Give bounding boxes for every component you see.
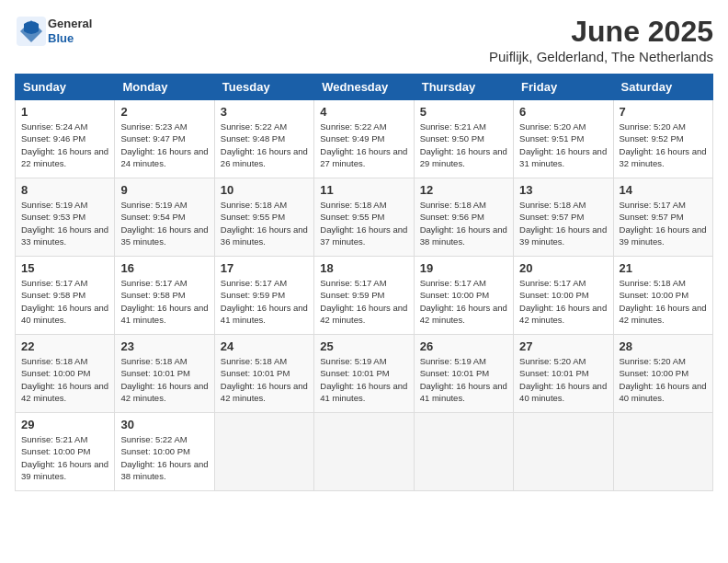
table-row: 16 Sunrise: 5:17 AMSunset: 9:58 PMDaylig… — [115, 257, 214, 335]
table-row: 26 Sunrise: 5:19 AMSunset: 10:01 PMDayli… — [414, 335, 513, 413]
calendar-week-row: 1 Sunrise: 5:24 AMSunset: 9:46 PMDayligh… — [16, 100, 713, 178]
day-info: Sunrise: 5:21 AMSunset: 9:50 PMDaylight:… — [420, 121, 507, 169]
day-info: Sunrise: 5:17 AMSunset: 9:58 PMDaylight:… — [120, 277, 208, 326]
table-row: 15 Sunrise: 5:17 AMSunset: 9:58 PMDaylig… — [16, 257, 115, 335]
table-row: 4 Sunrise: 5:22 AMSunset: 9:49 PMDayligh… — [314, 100, 414, 178]
day-info: Sunrise: 5:17 AMSunset: 9:58 PMDaylight:… — [21, 277, 108, 326]
logo-blue: Blue — [48, 31, 92, 46]
day-number: 18 — [320, 261, 407, 275]
table-row: 11 Sunrise: 5:18 AMSunset: 9:55 PMDaylig… — [314, 178, 414, 257]
day-info: Sunrise: 5:19 AMSunset: 9:54 PMDaylight:… — [120, 199, 208, 247]
day-number: 26 — [420, 339, 507, 353]
calendar-week-row: 8 Sunrise: 5:19 AMSunset: 9:53 PMDayligh… — [16, 178, 713, 257]
day-info: Sunrise: 5:19 AMSunset: 10:01 PMDaylight… — [420, 355, 507, 404]
table-row — [514, 413, 613, 491]
day-info: Sunrise: 5:18 AMSunset: 10:01 PMDaylight… — [221, 355, 308, 404]
col-friday: Friday — [514, 75, 613, 100]
table-row — [314, 413, 414, 491]
day-number: 29 — [21, 418, 108, 431]
day-number: 15 — [21, 261, 108, 275]
table-row: 19 Sunrise: 5:17 AMSunset: 10:00 PMDayli… — [414, 257, 513, 335]
day-info: Sunrise: 5:21 AMSunset: 10:00 PMDaylight… — [21, 433, 108, 482]
day-number: 1 — [21, 105, 108, 119]
table-row: 2 Sunrise: 5:23 AMSunset: 9:47 PMDayligh… — [115, 100, 214, 178]
day-number: 25 — [320, 339, 407, 353]
col-tuesday: Tuesday — [214, 75, 313, 100]
table-row: 29 Sunrise: 5:21 AMSunset: 10:00 PMDayli… — [16, 413, 115, 491]
table-row: 9 Sunrise: 5:19 AMSunset: 9:54 PMDayligh… — [115, 178, 214, 257]
calendar-subtitle: Puiflijk, Gelderland, The Netherlands — [489, 49, 713, 64]
calendar-week-row: 22 Sunrise: 5:18 AMSunset: 10:00 PMDayli… — [16, 335, 713, 413]
day-number: 9 — [120, 183, 208, 197]
day-info: Sunrise: 5:18 AMSunset: 9:57 PMDaylight:… — [519, 199, 607, 247]
col-thursday: Thursday — [414, 75, 513, 100]
table-row: 5 Sunrise: 5:21 AMSunset: 9:50 PMDayligh… — [414, 100, 513, 178]
table-row: 3 Sunrise: 5:22 AMSunset: 9:48 PMDayligh… — [214, 100, 313, 178]
table-row — [414, 413, 513, 491]
day-info: Sunrise: 5:24 AMSunset: 9:46 PMDaylight:… — [21, 121, 108, 169]
day-number: 20 — [519, 261, 607, 275]
day-number: 4 — [320, 105, 407, 119]
day-number: 21 — [620, 261, 707, 275]
day-number: 27 — [519, 339, 607, 353]
calendar-table: Sunday Monday Tuesday Wednesday Thursday… — [15, 74, 713, 491]
table-row: 1 Sunrise: 5:24 AMSunset: 9:46 PMDayligh… — [16, 100, 115, 178]
calendar-week-row: 15 Sunrise: 5:17 AMSunset: 9:58 PMDaylig… — [16, 257, 713, 335]
day-number: 30 — [120, 418, 208, 431]
table-row: 21 Sunrise: 5:18 AMSunset: 10:00 PMDayli… — [613, 257, 712, 335]
day-info: Sunrise: 5:18 AMSunset: 9:55 PMDaylight:… — [320, 199, 407, 247]
day-info: Sunrise: 5:18 AMSunset: 9:55 PMDaylight:… — [221, 199, 308, 247]
day-number: 14 — [620, 183, 707, 197]
day-info: Sunrise: 5:20 AMSunset: 10:00 PMDaylight… — [620, 355, 707, 404]
day-info: Sunrise: 5:18 AMSunset: 10:00 PMDaylight… — [21, 355, 108, 404]
logo: General Blue — [15, 15, 92, 48]
col-saturday: Saturday — [613, 75, 712, 100]
day-number: 6 — [519, 105, 607, 119]
table-row: 24 Sunrise: 5:18 AMSunset: 10:01 PMDayli… — [214, 335, 313, 413]
table-row: 22 Sunrise: 5:18 AMSunset: 10:00 PMDayli… — [16, 335, 115, 413]
day-number: 5 — [420, 105, 507, 119]
table-row: 14 Sunrise: 5:17 AMSunset: 9:57 PMDaylig… — [613, 178, 712, 257]
table-row: 10 Sunrise: 5:18 AMSunset: 9:55 PMDaylig… — [214, 178, 313, 257]
table-row: 7 Sunrise: 5:20 AMSunset: 9:52 PMDayligh… — [613, 100, 712, 178]
table-row: 17 Sunrise: 5:17 AMSunset: 9:59 PMDaylig… — [214, 257, 313, 335]
day-number: 7 — [620, 105, 707, 119]
day-number: 19 — [420, 261, 507, 275]
col-wednesday: Wednesday — [314, 75, 414, 100]
day-info: Sunrise: 5:17 AMSunset: 10:00 PMDaylight… — [420, 277, 507, 326]
col-monday: Monday — [115, 75, 214, 100]
logo-text: General Blue — [48, 17, 92, 45]
day-number: 11 — [320, 183, 407, 197]
day-number: 17 — [221, 261, 308, 275]
logo-icon — [15, 15, 48, 48]
logo-general: General — [48, 17, 92, 31]
day-number: 10 — [221, 183, 308, 197]
table-row — [613, 413, 712, 491]
calendar-header-row: Sunday Monday Tuesday Wednesday Thursday… — [16, 75, 713, 100]
day-number: 24 — [221, 339, 308, 353]
page-header: General Blue June 2025 Puiflijk, Gelderl… — [15, 15, 713, 64]
day-number: 3 — [221, 105, 308, 119]
day-info: Sunrise: 5:18 AMSunset: 10:00 PMDaylight… — [620, 277, 707, 326]
table-row — [214, 413, 313, 491]
calendar-title: June 2025 — [489, 15, 713, 49]
day-info: Sunrise: 5:20 AMSunset: 9:52 PMDaylight:… — [620, 121, 707, 169]
day-number: 28 — [620, 339, 707, 353]
table-row: 18 Sunrise: 5:17 AMSunset: 9:59 PMDaylig… — [314, 257, 414, 335]
day-info: Sunrise: 5:17 AMSunset: 9:57 PMDaylight:… — [620, 199, 707, 247]
col-sunday: Sunday — [16, 75, 115, 100]
table-row: 25 Sunrise: 5:19 AMSunset: 10:01 PMDayli… — [314, 335, 414, 413]
title-block: June 2025 Puiflijk, Gelderland, The Neth… — [489, 15, 713, 64]
day-info: Sunrise: 5:20 AMSunset: 10:01 PMDaylight… — [519, 355, 607, 404]
table-row: 27 Sunrise: 5:20 AMSunset: 10:01 PMDayli… — [514, 335, 613, 413]
day-number: 13 — [519, 183, 607, 197]
day-number: 16 — [120, 261, 208, 275]
day-info: Sunrise: 5:18 AMSunset: 9:56 PMDaylight:… — [420, 199, 507, 247]
table-row: 6 Sunrise: 5:20 AMSunset: 9:51 PMDayligh… — [514, 100, 613, 178]
day-number: 8 — [21, 183, 108, 197]
table-row: 13 Sunrise: 5:18 AMSunset: 9:57 PMDaylig… — [514, 178, 613, 257]
day-info: Sunrise: 5:23 AMSunset: 9:47 PMDaylight:… — [120, 121, 208, 169]
day-info: Sunrise: 5:18 AMSunset: 10:01 PMDaylight… — [120, 355, 208, 404]
day-info: Sunrise: 5:22 AMSunset: 9:49 PMDaylight:… — [320, 121, 407, 169]
table-row: 23 Sunrise: 5:18 AMSunset: 10:01 PMDayli… — [115, 335, 214, 413]
